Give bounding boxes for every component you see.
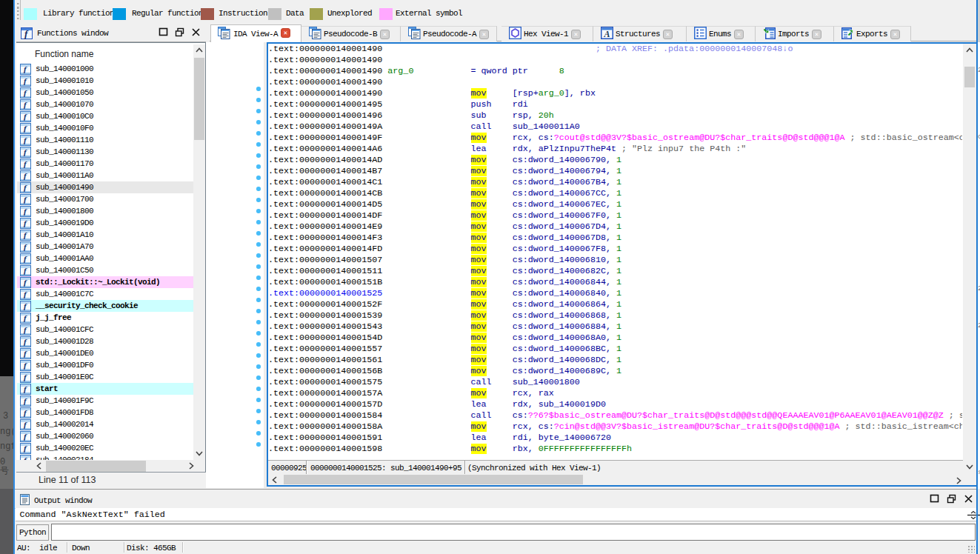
svg-text:A: A [603, 29, 610, 39]
